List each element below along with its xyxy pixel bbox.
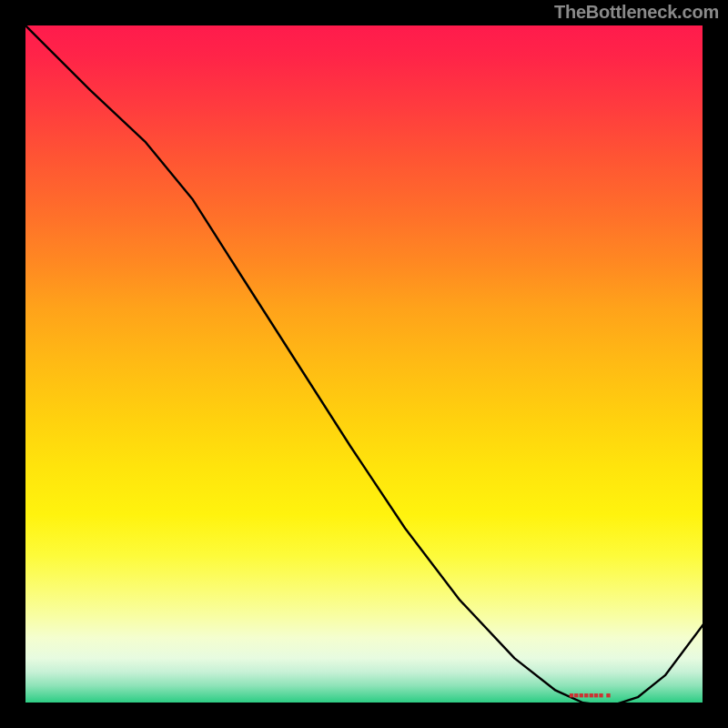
watermark-text: TheBottleneck.com — [554, 2, 719, 23]
chart-line-layer: ■■■■■■■ ■ — [22, 22, 706, 706]
minimum-marker-label: ■■■■■■■ ■ — [569, 691, 611, 700]
chart-container: ■■■■■■■ ■ TheBottleneck.com — [0, 0, 728, 728]
curve-line — [22, 22, 706, 706]
